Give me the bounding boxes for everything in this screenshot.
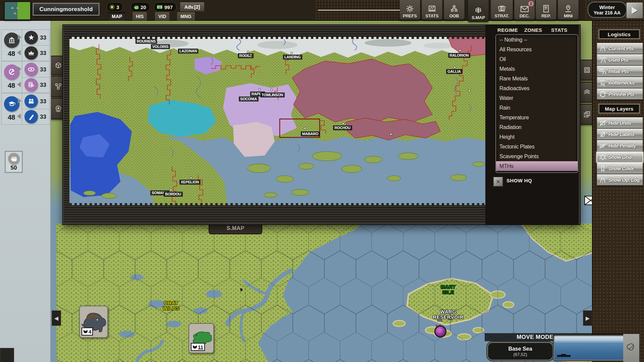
preview-pts-button[interactable]: Preview Pts: [596, 88, 643, 100]
show-color-button[interactable]: Show Color: [596, 163, 643, 174]
city-label: LANDING: [283, 55, 302, 59]
area-label-warg-reservoir: WARG RESERVOIR: [418, 309, 478, 320]
area-label-dhat-wilds: DHAT WILDS: [151, 300, 191, 311]
creature-sigil-icon: [627, 343, 636, 351]
percent-graph-icon: [598, 79, 607, 86]
people-icon: [24, 95, 38, 108]
world-map[interactable]: ROURIENS VOLORIS LAZONAN RODEZ LANDING R…: [69, 37, 486, 205]
map-edge-teeth: [69, 37, 486, 39]
politics-stat-group[interactable]: 48 33 33: [1, 61, 50, 93]
logistics-header: Logistics: [599, 29, 640, 39]
city-label: ROURIENS: [136, 39, 157, 44]
tab-map[interactable]: MAP: [108, 12, 126, 20]
used-pts-button[interactable]: Used Pts: [596, 54, 643, 66]
show-hq-checkbox[interactable]: ✕: [493, 177, 503, 187]
panel-tab-zones[interactable]: ZONES: [524, 27, 542, 34]
oob-button[interactable]: OOB: [443, 0, 465, 20]
window-icon: [583, 66, 591, 74]
layer-option[interactable]: Oil: [496, 54, 578, 64]
skull-flag-icon[interactable]: ☠ ☠ ☠: [4, 1, 31, 20]
map-tools-sidebar: Logistics Current Pts Used Pts Initial P…: [592, 20, 644, 362]
layer-list: -- Nothing -- All Resources Oil Metals R…: [495, 34, 578, 173]
target-icon: [54, 105, 62, 113]
city-marker[interactable]: [435, 326, 446, 337]
hide-units-button[interactable]: Hide Units: [596, 117, 643, 129]
panel-tab-regime[interactable]: REGIME: [497, 27, 520, 34]
strat-button[interactable]: STRAT.: [490, 0, 513, 20]
layer-option[interactable]: Radioactives: [496, 83, 578, 93]
layer-option[interactable]: Metals: [496, 64, 578, 74]
refresh-icon: [598, 90, 607, 98]
regime-name-plate: Cunningmoreshold: [33, 3, 99, 15]
tab-mng[interactable]: MNG: [177, 12, 195, 20]
prefs-button[interactable]: PREFS: [399, 0, 421, 20]
advisor-button[interactable]: Adv.[2]: [180, 2, 205, 12]
gear-icon: [406, 5, 414, 13]
panel-tab-stats[interactable]: STATS: [551, 27, 567, 34]
hammer-sickle-icon: [4, 64, 19, 80]
layer-option[interactable]: Rain: [496, 103, 578, 113]
hide-units-icon: [598, 119, 607, 127]
lizard-unit[interactable]: 11: [189, 323, 214, 353]
layer-option[interactable]: Water: [496, 93, 578, 103]
tactical-terrain: [56, 224, 592, 362]
strategic-map-window: ROURIENS VOLORIS LAZONAN RODEZ LANDING R…: [62, 24, 581, 225]
road-icon: [598, 45, 607, 52]
government-stat-group[interactable]: 48 ★ 33 33: [1, 29, 50, 61]
mini-button[interactable]: MINI: [557, 0, 579, 20]
minimized-panel[interactable]: [0, 348, 14, 362]
tile-coords: (67,52): [513, 352, 527, 357]
tab-his[interactable]: HIS: [132, 12, 147, 20]
op-log-icon: [598, 176, 607, 184]
hide-penalty-icon: [598, 142, 607, 149]
city-label: MABARO: [301, 131, 320, 136]
scroll-left-arrow[interactable]: ◀: [52, 310, 61, 326]
orgchart-icon: [450, 5, 458, 13]
end-turn-button[interactable]: [626, 2, 643, 19]
globe-icon: [474, 6, 483, 14]
stats-button[interactable]: STATS: [421, 0, 443, 20]
copy-icon: [583, 110, 591, 118]
show-op-log-button[interactable]: Show Op. Log: [596, 174, 643, 186]
cash-icon: [157, 5, 163, 9]
scroll-right-arrow[interactable]: ▶: [583, 310, 592, 326]
education-icon: [4, 96, 19, 112]
dec-button[interactable]: 2 DEC.: [514, 0, 535, 20]
sun-icon: [109, 4, 115, 10]
layer-option[interactable]: Scavenge Points: [496, 152, 578, 161]
layer-option[interactable]: All Resources: [496, 45, 578, 54]
tile-name: Base Sea: [508, 346, 532, 352]
credits-resource: 997: [154, 2, 176, 12]
layer-option[interactable]: -- Nothing --: [496, 35, 578, 45]
envelope-icon: [520, 5, 529, 13]
current-pts-button[interactable]: Current Pts: [596, 43, 643, 54]
stat-value: 33: [40, 114, 46, 120]
city-label: GALLIA: [446, 69, 462, 74]
fist-icon: [133, 4, 139, 10]
layers-icon: [583, 88, 591, 96]
tactical-map[interactable]: DHAT WILDS MART ISLE WARG RESERVOIR 4: [56, 224, 592, 362]
layer-option[interactable]: Radiation: [496, 122, 578, 132]
smap-button[interactable]: S.MAP: [468, 0, 489, 22]
tab-vid[interactable]: VID: [155, 12, 170, 20]
bottlenecks-button[interactable]: Bottlenecks: [596, 77, 643, 88]
layer-option[interactable]: Rare Metals: [496, 74, 578, 83]
political-points-resource: 3: [107, 2, 123, 12]
rep-button[interactable]: REP.: [535, 0, 557, 20]
unrest-indicator[interactable]: 50: [5, 151, 23, 173]
layer-option-selected[interactable]: MTHs: [496, 161, 578, 171]
beast-unit[interactable]: 4: [79, 306, 108, 338]
layer-option[interactable]: Tectonic Plates: [496, 142, 578, 152]
report-icon: [542, 5, 550, 13]
city-label: XEPELION: [179, 180, 200, 184]
hide-penalty-button[interactable]: Hide Penalty: [596, 140, 643, 152]
layer-option[interactable]: Height: [496, 132, 578, 142]
initial-pts-button[interactable]: Initial Pts: [596, 66, 643, 77]
manpower-resource: 20: [131, 2, 150, 12]
show-grid-button[interactable]: Show Grid: [596, 152, 643, 163]
hide-labels-button[interactable]: Hide Labels: [596, 129, 643, 140]
culture-stat-group[interactable]: 48 33 33: [1, 93, 50, 125]
layer-option[interactable]: Temperature: [496, 113, 578, 122]
city-label: ROCHOU: [333, 125, 352, 130]
city-label: RALORION: [448, 53, 470, 58]
